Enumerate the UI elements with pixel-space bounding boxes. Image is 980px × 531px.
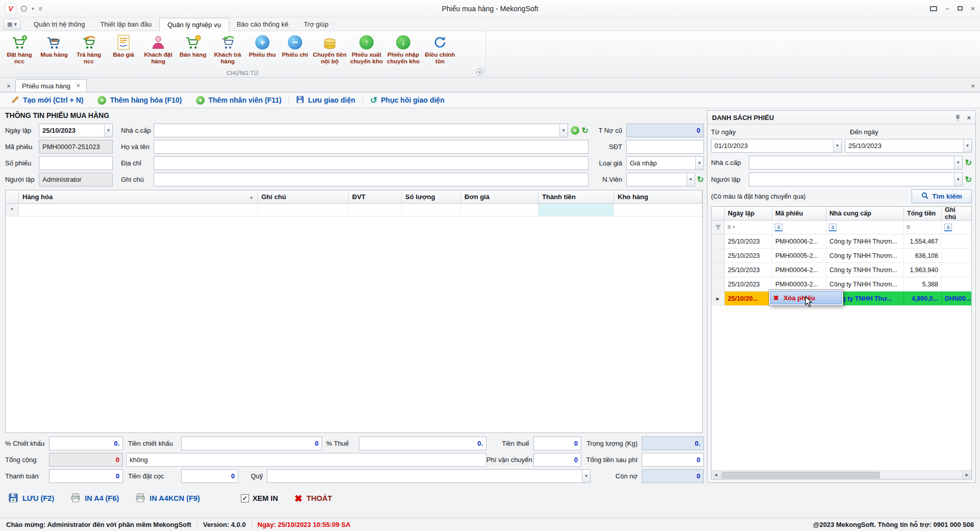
ribbon-item-phieu-nhap-chuyen-kho[interactable]: ↓ Phiếu nhập chuyển kho [385,33,422,66]
refresh-employee-icon[interactable]: ↻ [697,176,704,184]
filter-code-cell[interactable]: a [772,221,826,234]
refresh-supplier-icon[interactable]: ↻ [582,127,589,135]
col-ghi-chu[interactable]: Ghi chú [942,207,971,220]
ribbon-item-phieu-chi[interactable]: − Phiếu chi [279,33,311,59]
so-phieu-input[interactable] [39,156,113,170]
chevron-down-icon[interactable]: ▼ [954,156,962,169]
chevron-down-icon[interactable]: ▼ [582,470,590,482]
tab-thiet-lap-ban-dau[interactable]: Thiết lập ban đầu [92,17,159,31]
ghi-chu-input[interactable] [154,173,589,186]
chevron-down-icon[interactable]: ▾ [32,6,34,11]
quick-access-circle-icon[interactable] [21,6,27,12]
checkbox-checked-icon[interactable]: ✓ [241,494,249,502]
customize-toolbar-icon[interactable]: ≡ [39,5,42,12]
ribbon-item-phieu-xuat-chuyen-kho[interactable]: ↑ Phiếu xuất chuyển kho [348,33,385,66]
cell-ghi-chu[interactable] [258,204,349,216]
sdt-input[interactable] [626,140,704,154]
ribbon-item-khach-tra-hang[interactable]: Khách trả hàng [209,33,246,66]
restore-layout-button[interactable]: ↺ Phục hồi giao diện [363,92,452,108]
close-document-icon[interactable]: × [2,80,15,92]
nha-ccap-combo[interactable]: ▼ [154,124,568,137]
col-ma-phieu[interactable]: Mã phiếu [772,207,826,220]
new-button[interactable]: Tạo mới (Ctrl + N) [4,92,90,108]
col-ghi-chu[interactable]: Ghi chú [258,190,349,203]
ribbon-item-phieu-thu[interactable]: + Phiếu thu [246,33,279,59]
phi-van-chuyen-input[interactable]: 0 [533,453,581,467]
col-so-luong[interactable]: Số lượng [402,190,461,203]
filter-creator-combo[interactable]: ▼ [749,173,963,186]
tien-dat-coc-input[interactable]: 0 [181,469,238,483]
col-dvt[interactable]: ĐVT [349,190,402,203]
col-kho-hang[interactable]: Kho hàng [614,190,702,203]
print-a4kcn-button[interactable]: IN A4KCN (F9) [135,493,200,504]
cell-so-luong[interactable] [402,204,461,216]
refresh-creator-filter-icon[interactable]: ↻ [965,176,972,184]
ribbon-item-dieu-chinh-ton[interactable]: Điều chỉnh tồn [422,33,458,66]
search-button[interactable]: Tìm kiếm [912,189,972,203]
close-all-icon[interactable]: × [966,80,980,92]
chevron-down-icon[interactable]: ▼ [687,173,695,186]
chevron-down-icon[interactable]: ▼ [104,124,112,137]
add-supplier-icon[interactable]: + [571,126,579,135]
preview-checkbox[interactable]: ✓ XEM IN [241,494,278,502]
group-dialog-launcher-icon[interactable]: ▾ [476,68,483,76]
cell-dvt[interactable] [349,204,402,216]
tab-quan-tri-he-thong[interactable]: Quản trị hệ thống [26,17,92,31]
ho-ten-input[interactable] [154,140,589,154]
ribbon-item-chuyen-tien-noi-bo[interactable]: Chuyển tiền nội bộ [311,33,348,66]
ribbon-item-ban-hang[interactable]: Bán hàng [177,33,209,59]
print-a4-button[interactable]: IN A4 (F6) [70,493,119,504]
tab-quan-ly-nghiep-vu[interactable]: Quản lý nghiệp vụ [159,18,229,31]
new-item-row[interactable]: * [6,204,702,216]
pin-icon[interactable] [955,114,961,121]
to-date-input[interactable]: 25/10/2023▼ [845,139,972,153]
filter-supplier-combo[interactable]: ▼ [749,156,963,170]
n-vien-combo[interactable]: ▼ [626,173,695,186]
loai-gia-combo[interactable]: Giá nhập▼ [626,156,704,170]
col-thanh-tien[interactable]: Thành tiền [538,190,614,203]
thue-pct-input[interactable]: 0. [359,437,486,450]
save-layout-button[interactable]: Lưu giao diện [289,92,362,108]
doc-tab-phieu-mua-hang[interactable]: Phiếu mua hàng × [15,79,87,92]
close-tab-icon[interactable]: × [77,82,80,89]
quy-combo[interactable]: ▼ [267,469,591,483]
scroll-left-icon[interactable]: ◄ [712,471,721,479]
filter-note-cell[interactable]: a [942,221,971,234]
chevron-down-icon[interactable]: ▼ [559,124,568,137]
thanh-toan-input[interactable]: 0 [49,469,123,483]
ribbon-item-mua-hang[interactable]: Mua hàng [38,33,70,59]
col-tong-tien[interactable]: Tổng tiền [904,207,942,220]
filter-total-cell[interactable]: = [904,221,942,234]
tab-bao-cao-thong-ke[interactable]: Báo cáo thống kê [229,17,296,31]
chevron-down-icon[interactable]: ▼ [695,157,703,170]
app-menu-button[interactable]: ▦▾ [3,19,21,30]
filter-funnel-icon[interactable] [712,221,725,234]
minimize-icon[interactable]: − [945,5,949,12]
col-hang-hoa[interactable]: Hàng hóa▲ [19,190,258,203]
add-employee-button[interactable]: + Thêm nhân viên (F11) [189,92,288,108]
filter-date-cell[interactable]: =▾ [725,221,772,234]
ribbon-item-tra-hang-ncc[interactable]: Trả hàng ncc [70,33,107,66]
ribbon-item-dat-hang-ncc[interactable]: Đặt hàng ncc [1,33,38,66]
fullscreen-icon[interactable] [930,6,937,11]
ribbon-item-bao-gia[interactable]: Báo giá [107,33,140,59]
dia-chi-input[interactable] [154,156,589,170]
voucher-row[interactable]: 25/10/2023 PMH00004-2... Công ty TNHH Th… [712,263,971,277]
horizontal-scrollbar[interactable]: ◄ ► [712,470,971,479]
cell-kho-hang[interactable] [614,204,702,216]
from-date-input[interactable]: 01/10/2023▼ [711,139,842,153]
tien-chiet-khau-input[interactable]: 0 [181,437,322,450]
save-button[interactable]: LƯU (F2) [8,493,54,504]
scrollbar-thumb[interactable] [722,472,880,478]
chevron-down-icon[interactable]: ▼ [833,139,841,152]
exit-button[interactable]: ✖ THOÁT [295,494,332,503]
chiet-khau-pct-input[interactable]: 0. [49,437,123,450]
voucher-row[interactable]: 25/10/2023 PMH00006-2... Công ty TNHH Th… [712,234,971,249]
close-icon[interactable]: × [971,5,975,12]
add-item-button[interactable]: + Thêm hàng hóa (F10) [90,92,189,108]
refresh-supplier-filter-icon[interactable]: ↻ [965,159,972,167]
col-don-gia[interactable]: Đơn giá [461,190,538,203]
cell-hang-hoa[interactable] [19,204,258,216]
ribbon-item-khach-dat-hang[interactable]: Khách đặt hàng [140,33,177,66]
col-nha-cung-cap[interactable]: Nhà cung cấp [826,207,904,220]
